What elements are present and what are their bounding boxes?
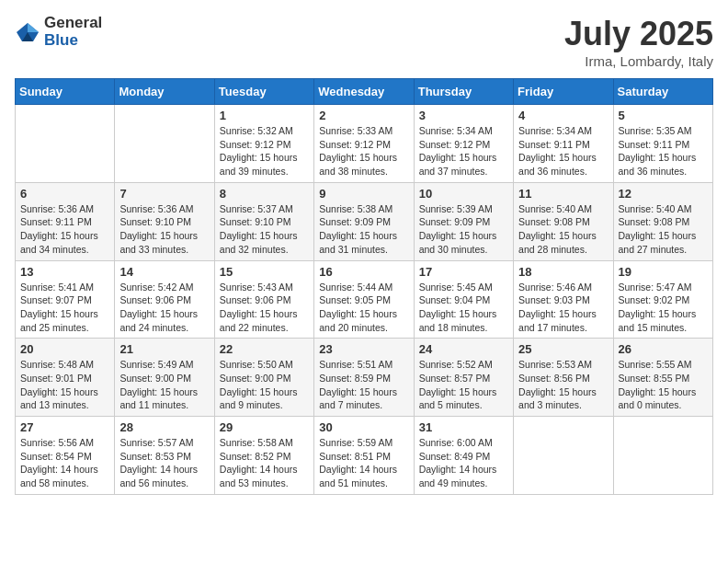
- calendar-day-cell: 13Sunrise: 5:41 AM Sunset: 9:07 PM Dayli…: [16, 260, 115, 339]
- page-header: General Blue July 2025 Irma, Lombardy, I…: [15, 15, 713, 69]
- day-number: 25: [518, 342, 608, 356]
- day-detail: Sunrise: 5:37 AM Sunset: 9:10 PM Dayligh…: [220, 202, 309, 257]
- calendar-day-cell: [16, 105, 115, 183]
- day-number: 26: [619, 342, 708, 356]
- logo-general-text: General: [44, 15, 102, 32]
- calendar-day-cell: [613, 417, 712, 495]
- calendar-week-row: 13Sunrise: 5:41 AM Sunset: 9:07 PM Dayli…: [16, 260, 713, 339]
- logo: General Blue: [15, 15, 102, 49]
- calendar-day-cell: 23Sunrise: 5:51 AM Sunset: 8:59 PM Dayli…: [314, 339, 414, 417]
- calendar-day-cell: 4Sunrise: 5:34 AM Sunset: 9:11 PM Daylig…: [514, 105, 613, 183]
- day-number: 29: [220, 420, 309, 434]
- calendar-day-cell: 15Sunrise: 5:43 AM Sunset: 9:06 PM Dayli…: [214, 260, 313, 339]
- calendar-day-cell: 11Sunrise: 5:40 AM Sunset: 9:08 PM Dayli…: [514, 182, 613, 260]
- day-detail: Sunrise: 6:00 AM Sunset: 8:49 PM Dayligh…: [419, 436, 508, 490]
- day-detail: Sunrise: 5:35 AM Sunset: 9:11 PM Dayligh…: [619, 124, 708, 178]
- weekday-header: Monday: [115, 79, 214, 105]
- day-detail: Sunrise: 5:40 AM Sunset: 9:08 PM Dayligh…: [518, 202, 608, 257]
- calendar-day-cell: 26Sunrise: 5:55 AM Sunset: 8:55 PM Dayli…: [613, 339, 712, 417]
- calendar-day-cell: 6Sunrise: 5:36 AM Sunset: 9:11 PM Daylig…: [16, 182, 115, 260]
- day-number: 19: [619, 265, 708, 279]
- day-detail: Sunrise: 5:49 AM Sunset: 9:00 PM Dayligh…: [119, 358, 209, 412]
- calendar-week-row: 20Sunrise: 5:48 AM Sunset: 9:01 PM Dayli…: [16, 339, 713, 417]
- day-detail: Sunrise: 5:48 AM Sunset: 9:01 PM Dayligh…: [20, 358, 109, 412]
- day-number: 14: [119, 265, 209, 279]
- weekday-header: Saturday: [613, 79, 712, 105]
- weekday-header: Friday: [514, 79, 613, 105]
- calendar-day-cell: 22Sunrise: 5:50 AM Sunset: 9:00 PM Dayli…: [214, 339, 313, 417]
- calendar-day-cell: 25Sunrise: 5:53 AM Sunset: 8:56 PM Dayli…: [514, 339, 613, 417]
- calendar-week-row: 1Sunrise: 5:32 AM Sunset: 9:12 PM Daylig…: [16, 105, 713, 183]
- calendar-table: SundayMondayTuesdayWednesdayThursdayFrid…: [15, 78, 713, 495]
- calendar-day-cell: [514, 417, 613, 495]
- title-block: July 2025 Irma, Lombardy, Italy: [564, 15, 713, 69]
- day-number: 2: [319, 109, 408, 122]
- day-number: 30: [319, 420, 408, 434]
- weekday-header-row: SundayMondayTuesdayWednesdayThursdayFrid…: [16, 79, 713, 105]
- day-number: 12: [619, 187, 708, 201]
- calendar-day-cell: 12Sunrise: 5:40 AM Sunset: 9:08 PM Dayli…: [613, 182, 712, 260]
- day-number: 23: [319, 342, 408, 356]
- day-number: 13: [20, 265, 109, 279]
- day-number: 3: [419, 109, 508, 122]
- day-number: 22: [220, 342, 309, 356]
- day-number: 27: [20, 420, 109, 434]
- weekday-header: Tuesday: [214, 79, 313, 105]
- calendar-day-cell: 8Sunrise: 5:37 AM Sunset: 9:10 PM Daylig…: [214, 182, 313, 260]
- calendar-day-cell: 29Sunrise: 5:58 AM Sunset: 8:52 PM Dayli…: [214, 417, 313, 495]
- calendar-day-cell: [115, 105, 214, 183]
- day-detail: Sunrise: 5:55 AM Sunset: 8:55 PM Dayligh…: [619, 358, 708, 412]
- calendar-day-cell: 27Sunrise: 5:56 AM Sunset: 8:54 PM Dayli…: [16, 417, 115, 495]
- day-detail: Sunrise: 5:42 AM Sunset: 9:06 PM Dayligh…: [119, 281, 209, 335]
- calendar-day-cell: 18Sunrise: 5:46 AM Sunset: 9:03 PM Dayli…: [514, 260, 613, 339]
- day-number: 6: [20, 187, 109, 201]
- calendar-day-cell: 19Sunrise: 5:47 AM Sunset: 9:02 PM Dayli…: [613, 260, 712, 339]
- day-detail: Sunrise: 5:34 AM Sunset: 9:12 PM Dayligh…: [419, 124, 508, 178]
- day-detail: Sunrise: 5:50 AM Sunset: 9:00 PM Dayligh…: [220, 358, 309, 412]
- day-number: 28: [119, 420, 209, 434]
- calendar-day-cell: 31Sunrise: 6:00 AM Sunset: 8:49 PM Dayli…: [414, 417, 513, 495]
- calendar-day-cell: 1Sunrise: 5:32 AM Sunset: 9:12 PM Daylig…: [214, 105, 313, 183]
- day-number: 17: [419, 265, 508, 279]
- day-detail: Sunrise: 5:57 AM Sunset: 8:53 PM Dayligh…: [119, 436, 209, 490]
- calendar-day-cell: 14Sunrise: 5:42 AM Sunset: 9:06 PM Dayli…: [115, 260, 214, 339]
- calendar-day-cell: 2Sunrise: 5:33 AM Sunset: 9:12 PM Daylig…: [314, 105, 414, 183]
- calendar-day-cell: 7Sunrise: 5:36 AM Sunset: 9:10 PM Daylig…: [115, 182, 214, 260]
- day-detail: Sunrise: 5:39 AM Sunset: 9:09 PM Dayligh…: [419, 202, 508, 257]
- day-number: 31: [419, 420, 508, 434]
- day-number: 4: [518, 109, 608, 122]
- weekday-header: Thursday: [414, 79, 513, 105]
- day-number: 1: [220, 109, 309, 122]
- calendar-day-cell: 3Sunrise: 5:34 AM Sunset: 9:12 PM Daylig…: [414, 105, 513, 183]
- calendar-day-cell: 28Sunrise: 5:57 AM Sunset: 8:53 PM Dayli…: [115, 417, 214, 495]
- day-number: 21: [119, 342, 209, 356]
- day-number: 20: [20, 342, 109, 356]
- logo-text: General Blue: [44, 15, 102, 49]
- calendar-day-cell: 21Sunrise: 5:49 AM Sunset: 9:00 PM Dayli…: [115, 339, 214, 417]
- day-detail: Sunrise: 5:36 AM Sunset: 9:10 PM Dayligh…: [119, 202, 209, 257]
- day-detail: Sunrise: 5:36 AM Sunset: 9:11 PM Dayligh…: [20, 202, 109, 257]
- day-number: 15: [220, 265, 309, 279]
- day-detail: Sunrise: 5:58 AM Sunset: 8:52 PM Dayligh…: [220, 436, 309, 490]
- calendar-day-cell: 17Sunrise: 5:45 AM Sunset: 9:04 PM Dayli…: [414, 260, 513, 339]
- day-number: 16: [319, 265, 408, 279]
- calendar-day-cell: 20Sunrise: 5:48 AM Sunset: 9:01 PM Dayli…: [16, 339, 115, 417]
- day-detail: Sunrise: 5:34 AM Sunset: 9:11 PM Dayligh…: [518, 124, 608, 178]
- day-number: 11: [518, 187, 608, 201]
- day-number: 5: [619, 109, 708, 122]
- day-number: 8: [220, 187, 309, 201]
- location-text: Irma, Lombardy, Italy: [564, 53, 713, 69]
- day-detail: Sunrise: 5:33 AM Sunset: 9:12 PM Dayligh…: [319, 124, 408, 178]
- day-detail: Sunrise: 5:41 AM Sunset: 9:07 PM Dayligh…: [20, 281, 109, 335]
- weekday-header: Wednesday: [314, 79, 414, 105]
- day-number: 24: [419, 342, 508, 356]
- calendar-day-cell: 30Sunrise: 5:59 AM Sunset: 8:51 PM Dayli…: [314, 417, 414, 495]
- calendar-week-row: 6Sunrise: 5:36 AM Sunset: 9:11 PM Daylig…: [16, 182, 713, 260]
- day-detail: Sunrise: 5:52 AM Sunset: 8:57 PM Dayligh…: [419, 358, 508, 412]
- day-detail: Sunrise: 5:38 AM Sunset: 9:09 PM Dayligh…: [319, 202, 408, 257]
- day-number: 18: [518, 265, 608, 279]
- day-detail: Sunrise: 5:45 AM Sunset: 9:04 PM Dayligh…: [419, 281, 508, 335]
- svg-marker-1: [28, 23, 39, 32]
- day-detail: Sunrise: 5:51 AM Sunset: 8:59 PM Dayligh…: [319, 358, 408, 412]
- calendar-day-cell: 16Sunrise: 5:44 AM Sunset: 9:05 PM Dayli…: [314, 260, 414, 339]
